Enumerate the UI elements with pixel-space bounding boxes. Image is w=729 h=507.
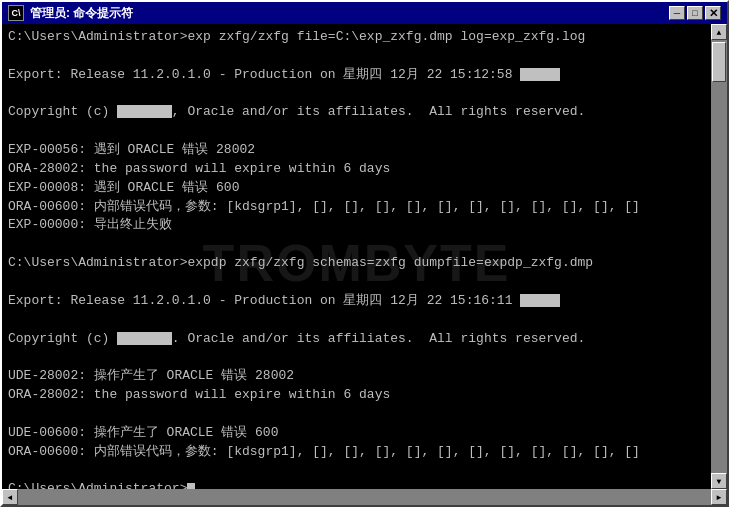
line-empty3 bbox=[8, 122, 705, 141]
terminal-content: TROMBYTE C:\Users\Administrator>exp zxfg… bbox=[8, 28, 705, 489]
redacted-3 bbox=[520, 294, 560, 307]
title-bar: C\ 管理员: 命令提示符 ─ □ ✕ bbox=[2, 2, 727, 24]
line-export1: Export: Release 11.2.0.1.0 - Production … bbox=[8, 66, 705, 85]
line-copyright1: Copyright (c) , Oracle and/or its affili… bbox=[8, 103, 705, 122]
line-exp0: EXP-00000: 导出终止失败 bbox=[8, 216, 705, 235]
line-empty1 bbox=[8, 47, 705, 66]
window-body: TROMBYTE C:\Users\Administrator>exp zxfg… bbox=[2, 24, 727, 489]
scroll-left-button[interactable]: ◄ bbox=[2, 489, 18, 505]
minimize-button[interactable]: ─ bbox=[669, 6, 685, 20]
close-button[interactable]: ✕ bbox=[705, 6, 721, 20]
window-icon: C\ bbox=[8, 5, 24, 21]
line-ora600a: ORA-00600: 内部错误代码，参数: [kdsgrp1], [], [],… bbox=[8, 198, 705, 217]
line-empty9 bbox=[8, 461, 705, 480]
line-exp56: EXP-00056: 遇到 ORACLE 错误 28002 bbox=[8, 141, 705, 160]
line-cmd1: C:\Users\Administrator>exp zxfg/zxfg fil… bbox=[8, 28, 705, 47]
hscroll-track[interactable] bbox=[18, 489, 711, 505]
line-ora600b: ORA-00600: 内部错误代码，参数: [kdsgrp1], [], [],… bbox=[8, 443, 705, 462]
line-cmd2: C:\Users\Administrator>expdp zxfg/zxfg s… bbox=[8, 254, 705, 273]
line-ora28002b: ORA-28002: the password will expire with… bbox=[8, 386, 705, 405]
maximize-button[interactable]: □ bbox=[687, 6, 703, 20]
line-empty6 bbox=[8, 311, 705, 330]
title-buttons: ─ □ ✕ bbox=[669, 6, 721, 20]
scroll-right-button[interactable]: ► bbox=[711, 489, 727, 505]
scroll-up-button[interactable]: ▲ bbox=[711, 24, 727, 40]
line-empty5 bbox=[8, 273, 705, 292]
line-export2: Export: Release 11.2.0.1.0 - Production … bbox=[8, 292, 705, 311]
terminal[interactable]: TROMBYTE C:\Users\Administrator>exp zxfg… bbox=[2, 24, 711, 489]
horizontal-scrollbar: ◄ ► bbox=[2, 489, 727, 505]
window-title: 管理员: 命令提示符 bbox=[30, 5, 133, 22]
line-ora28002a: ORA-28002: the password will expire with… bbox=[8, 160, 705, 179]
title-bar-left: C\ 管理员: 命令提示符 bbox=[8, 5, 133, 22]
scroll-track[interactable] bbox=[711, 40, 727, 473]
redacted-1 bbox=[520, 68, 560, 81]
scroll-down-button[interactable]: ▼ bbox=[711, 473, 727, 489]
line-empty2 bbox=[8, 85, 705, 104]
line-empty8 bbox=[8, 405, 705, 424]
line-ude28002: UDE-28002: 操作产生了 ORACLE 错误 28002 bbox=[8, 367, 705, 386]
line-copyright2: Copyright (c) . Oracle and/or its affili… bbox=[8, 330, 705, 349]
line-exp8: EXP-00008: 遇到 ORACLE 错误 600 bbox=[8, 179, 705, 198]
line-empty4 bbox=[8, 235, 705, 254]
redacted-2 bbox=[117, 105, 172, 118]
line-ude600: UDE-00600: 操作产生了 ORACLE 错误 600 bbox=[8, 424, 705, 443]
vertical-scrollbar: ▲ ▼ bbox=[711, 24, 727, 489]
redacted-4 bbox=[117, 332, 172, 345]
line-prompt: C:\Users\Administrator> bbox=[8, 480, 705, 489]
cursor bbox=[187, 483, 195, 489]
scroll-thumb[interactable] bbox=[712, 42, 726, 82]
cmd-window: C\ 管理员: 命令提示符 ─ □ ✕ TROMBYTE C:\Users\Ad… bbox=[0, 0, 729, 507]
line-empty7 bbox=[8, 348, 705, 367]
